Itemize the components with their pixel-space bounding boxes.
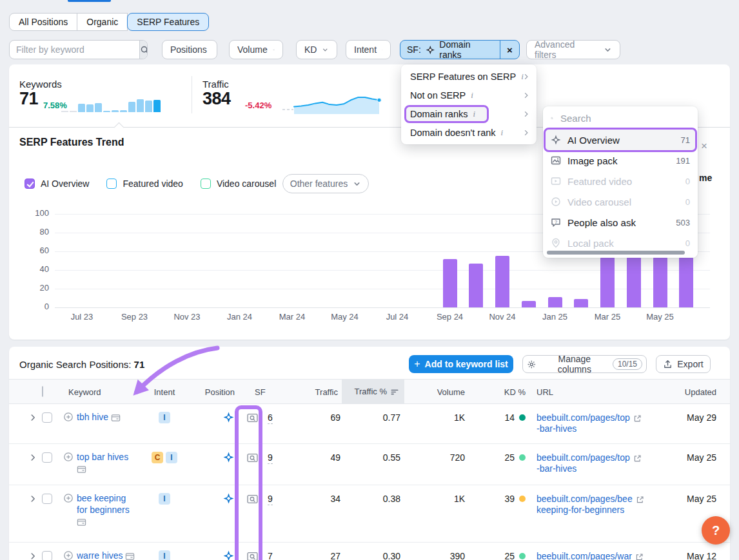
submenu-item-people-also-ask[interactable]: People also ask 503 <box>546 212 695 233</box>
row-checkbox[interactable] <box>42 494 52 504</box>
feature-search-input[interactable] <box>559 112 690 124</box>
keyword-link[interactable]: bee keeping for beginners <box>77 493 130 515</box>
x-axis-tick-label: Mar 24 <box>272 312 312 322</box>
manage-columns-badge: 10/15 <box>613 358 642 370</box>
tab-all-positions[interactable]: All Positions <box>9 13 77 31</box>
submenu-item-ai-overview[interactable]: AI Overview 71 <box>546 130 695 150</box>
external-link-icon[interactable] <box>633 454 642 463</box>
trend-bar <box>600 257 615 307</box>
advanced-filters-dropdown[interactable]: Advanced filters <box>526 40 620 59</box>
advanced-filters-label: Advanced filters <box>535 39 598 60</box>
select-all-checkbox[interactable] <box>42 386 43 397</box>
menu-item-domain-ranks[interactable]: Domain ranks i <box>401 104 537 123</box>
serp-snapshot-icon[interactable] <box>125 552 135 560</box>
keyword-link[interactable]: warre hives <box>77 550 123 560</box>
serp-snapshot-icon[interactable] <box>77 517 86 527</box>
expand-row-chevron-icon[interactable] <box>28 552 37 560</box>
position-value[interactable]: 6 <box>268 412 273 424</box>
column-header-volume[interactable]: Volume <box>415 387 465 397</box>
row-checkbox[interactable] <box>42 551 52 560</box>
column-header-updated[interactable]: Updated <box>660 387 716 397</box>
external-link-icon[interactable] <box>633 414 642 423</box>
position-value[interactable]: 9 <box>268 494 273 505</box>
sf-chip-remove-button[interactable]: × <box>500 41 519 59</box>
serp-snapshot-icon[interactable] <box>77 465 86 474</box>
external-link-icon[interactable] <box>635 553 644 560</box>
volume-filter-dropdown[interactable]: Volume <box>229 40 283 59</box>
positions-filter-dropdown[interactable]: Positions <box>162 40 217 59</box>
add-keyword-icon[interactable] <box>63 452 74 462</box>
expand-row-chevron-icon[interactable] <box>28 453 37 462</box>
add-keyword-icon[interactable] <box>63 412 74 422</box>
url-link-line2[interactable]: keeping-for-beginners <box>537 505 624 515</box>
url-link[interactable]: beebuilt.com/pages/top <box>537 412 630 423</box>
keyword-link[interactable]: tbh hive <box>77 412 108 422</box>
manage-columns-button[interactable]: Manage columns 10/15 <box>522 355 647 373</box>
keyword-search-button[interactable] <box>139 41 148 59</box>
tab-serp-features[interactable]: SERP Features <box>127 13 209 31</box>
x-axis-tick-label: Jul 23 <box>62 312 102 322</box>
intent-cell: I <box>147 412 182 423</box>
keyword-cell: warre hives <box>63 550 136 560</box>
expand-row-chevron-icon[interactable] <box>28 413 37 422</box>
x-axis-tick-label: May 24 <box>325 312 365 322</box>
column-header-url[interactable]: URL <box>537 387 553 397</box>
view-serp-icon[interactable] <box>247 452 258 463</box>
serp-snapshot-icon[interactable] <box>111 413 121 423</box>
row-checkbox[interactable] <box>42 412 52 423</box>
intent-badge[interactable]: I <box>159 412 170 423</box>
url-link[interactable]: beebuilt.com/pages/top <box>537 452 630 463</box>
url-link-line2[interactable]: -bar-hives <box>537 463 576 474</box>
view-serp-icon[interactable] <box>247 412 258 423</box>
column-header-traffic-pct[interactable]: Traffic % <box>342 380 404 403</box>
sf-filter-chip[interactable]: SF: Domain ranks × <box>400 40 520 59</box>
position-value[interactable]: 7 <box>268 551 273 560</box>
export-button[interactable]: Export <box>656 355 711 373</box>
keyword-filter-input[interactable] <box>10 41 139 59</box>
add-to-keyword-list-button[interactable]: + Add to keyword list <box>409 355 513 373</box>
external-link-icon[interactable] <box>636 496 644 504</box>
menu-item-serp-features-on-serp[interactable]: SERP Features on SERP i <box>401 67 537 86</box>
column-header-traffic[interactable]: Traffic <box>290 387 338 397</box>
url-link-line2[interactable]: -bar-hives <box>537 423 576 434</box>
menu-item-label: Domain doesn't rank <box>410 128 496 138</box>
row-checkbox[interactable] <box>42 452 52 463</box>
keyword-cell: bee keeping for beginners <box>63 492 136 527</box>
position-value[interactable]: 9 <box>268 452 273 464</box>
kd-filter-dropdown[interactable]: KD <box>296 40 337 59</box>
intent-badge[interactable]: C <box>152 452 163 463</box>
ai-overview-position-icon <box>223 452 234 463</box>
sf-filter-chip-body[interactable]: SF: Domain ranks <box>400 40 500 59</box>
x-axis-tick-label: Jul 24 <box>377 312 417 322</box>
table-row: tbh hive I 6 69 0.77 1K 14 beebuilt.com/… <box>9 404 730 443</box>
help-button[interactable]: ? <box>702 516 730 545</box>
url-link[interactable]: beebuilt.com/pages/bee <box>537 494 633 504</box>
submenu-item-count: 191 <box>676 156 690 166</box>
volume-value: 1K <box>415 494 465 504</box>
menu-item-domain-doesnt-rank[interactable]: Domain doesn't rank i <box>401 123 537 142</box>
intent-badge[interactable]: I <box>159 493 170 505</box>
view-serp-icon[interactable] <box>247 551 258 560</box>
url-link[interactable]: beebuilt.com/pages/war <box>537 551 632 560</box>
view-serp-icon[interactable] <box>247 494 258 505</box>
submenu-item-image-pack[interactable]: Image pack 191 <box>546 150 695 171</box>
question-mark-icon: ? <box>712 523 720 538</box>
intent-badge[interactable]: I <box>159 550 170 560</box>
column-header-keyword[interactable]: Keyword <box>68 387 101 397</box>
menu-item-not-on-serp[interactable]: Not on SERP i <box>401 86 537 104</box>
chevron-right-icon <box>522 73 530 81</box>
url-cell: beebuilt.com/pages/war <box>537 551 650 560</box>
add-keyword-icon[interactable] <box>63 550 74 560</box>
submenu-horizontal-scrollbar[interactable] <box>547 251 685 255</box>
column-header-sf[interactable]: SF <box>255 387 266 397</box>
intent-badge[interactable]: I <box>166 452 177 463</box>
intent-filter-dropdown[interactable]: Intent <box>346 40 391 59</box>
keyword-link[interactable]: top bar hives <box>77 452 128 462</box>
add-keyword-icon[interactable] <box>63 493 74 503</box>
column-header-kd[interactable]: KD % <box>471 387 526 397</box>
expand-row-chevron-icon[interactable] <box>28 494 37 503</box>
x-axis-tick-label: Sep 23 <box>115 312 155 322</box>
column-header-intent[interactable]: Intent <box>147 387 182 397</box>
column-header-position[interactable]: Position <box>190 387 235 397</box>
tab-organic[interactable]: Organic <box>77 13 128 31</box>
